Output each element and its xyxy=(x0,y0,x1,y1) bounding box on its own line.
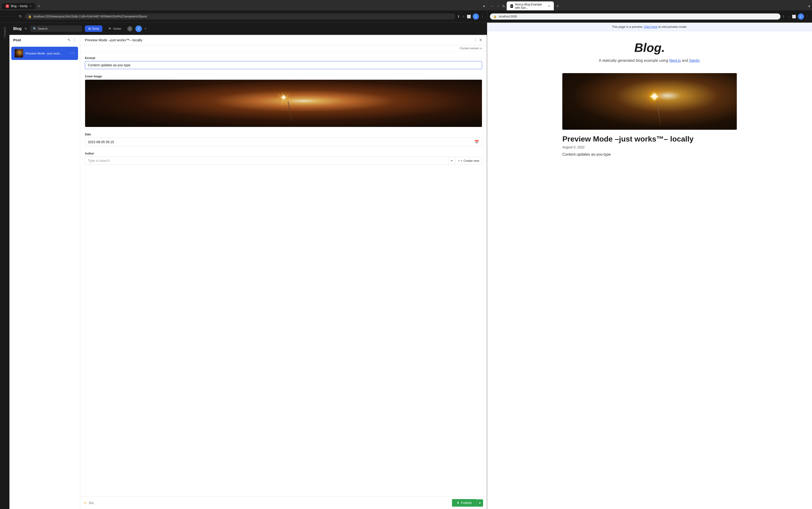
author-label: Author xyxy=(85,152,482,155)
right-tab-dropdown-button[interactable]: ▾ xyxy=(808,4,810,8)
blog-post-cover-image: ✦ xyxy=(562,73,737,130)
right-bookmark-icon[interactable]: ☆ xyxy=(787,14,790,19)
right-share-icon[interactable]: ⬆ xyxy=(782,14,785,19)
post-menu-button[interactable]: ⋮ xyxy=(72,38,76,42)
doc-header-actions: ⋮ ✕ xyxy=(473,38,482,42)
date-input-wrap[interactable]: 📅 xyxy=(85,137,482,146)
right-menu-icon[interactable]: ⋮ xyxy=(806,14,809,19)
right-address-actions: ⬆ ☆ ⬜ C ⋮ xyxy=(782,13,809,20)
right-new-tab-button[interactable]: + xyxy=(554,4,561,9)
doc-footer: ✏ 35s ⬆ Publish ▾ xyxy=(80,497,487,509)
window-icon[interactable]: ⬜ xyxy=(467,14,471,19)
publish-button[interactable]: ⬆ Publish xyxy=(452,499,476,507)
blog-logo: Blog xyxy=(13,27,22,31)
author-search-input[interactable] xyxy=(88,159,446,163)
user-avatar-left[interactable]: C xyxy=(473,13,479,20)
author-create-button[interactable]: + + Create new xyxy=(455,157,482,165)
author-dropdown-button[interactable]: ▾ xyxy=(449,157,455,165)
exit-preview-link[interactable]: Click here xyxy=(644,25,658,29)
tab-nextjs[interactable]: N Next.js Blog Example with San... ✕ xyxy=(507,1,554,11)
desk-label: Desk xyxy=(92,27,99,30)
plus-icon: + xyxy=(458,159,460,163)
new-tab-button[interactable]: + xyxy=(36,4,42,9)
cover-image-field-group: Cover Image ✦ xyxy=(85,75,482,127)
sanity-link[interactable]: Sanity xyxy=(689,59,699,63)
tab-nextjs-label: Next.js Blog Example with San... xyxy=(515,3,546,9)
doc-close-button[interactable]: ✕ xyxy=(479,38,482,42)
right-forward-button[interactable]: → xyxy=(495,3,501,9)
doc-form: Excerpt Cover Image xyxy=(80,52,487,497)
url-bar[interactable]: 🔒 localhost:3333/desk/post;54c016db-11d8… xyxy=(25,13,455,20)
search-icon: 🔍 xyxy=(33,27,37,30)
doc-editor-header: Preview Mode –just works™– locally ⋮ ✕ xyxy=(80,35,487,45)
cover-image-field[interactable]: ✦ – – | | ╲ ╱ xyxy=(85,79,482,127)
create-new-label: + Create new xyxy=(461,159,479,163)
blog-subtitle: A statically generated blog example usin… xyxy=(562,58,737,64)
post-list-header: Post ✎ ⋮ xyxy=(9,35,80,45)
post-list-title: Post xyxy=(13,38,67,42)
menu-icon[interactable]: ⋮ xyxy=(481,14,484,19)
user-initial: C xyxy=(475,15,477,18)
right-reload-button[interactable]: ↻ xyxy=(501,3,506,9)
right-tab-close-button[interactable]: ✕ xyxy=(548,5,550,8)
edit-logo-button[interactable]: ✎ xyxy=(25,27,27,31)
tab-blog-sanity[interactable]: S Blog – Sanity ✕ xyxy=(2,3,35,9)
left-address-bar: ← → ↻ 🔒 localhost:3333/desk/post;54c016d… xyxy=(0,10,487,23)
search-box[interactable]: 🔍 xyxy=(30,26,82,32)
sanity-sidebar: Content xyxy=(0,23,9,509)
tab-dropdown-button[interactable]: ▾ xyxy=(483,4,485,8)
share-icon[interactable]: ⬆ xyxy=(457,14,460,19)
tab-favicon: S xyxy=(6,4,9,8)
calendar-icon[interactable]: 📅 xyxy=(474,140,479,144)
blog-post-card: ✦ Preview Mode –just works™– locally Aug… xyxy=(562,73,737,158)
url-text: localhost:3333/desk/post;54c016db-11d8-4… xyxy=(33,15,452,18)
post-arrow-icon[interactable]: ↗ xyxy=(69,52,71,55)
right-user-initial: C xyxy=(800,15,802,18)
author-field-group: Author ▾ + + Create new xyxy=(85,152,482,165)
publish-label: Publish xyxy=(461,501,472,505)
tab-nextjs-favicon: N xyxy=(510,4,513,8)
blog-post-title: Preview Mode –just works™– locally xyxy=(562,134,737,143)
back-button[interactable]: ← xyxy=(3,13,8,20)
desk-button[interactable]: ⊞ Desk xyxy=(85,26,103,32)
author-search-wrap[interactable] xyxy=(85,157,449,165)
vision-label: Vision xyxy=(113,27,121,30)
doc-menu-button[interactable]: ⋮ xyxy=(473,38,477,42)
publish-dropdown-button[interactable]: ▾ xyxy=(476,499,483,507)
post-list-panel: Post ✎ ⋮ Preview Mode –just work... xyxy=(9,35,80,509)
bookmark-icon[interactable]: ☆ xyxy=(462,14,465,19)
right-url-bar[interactable]: 🔒 localhost:3000 xyxy=(490,13,780,20)
reload-button[interactable]: ↻ xyxy=(18,13,23,20)
version-label: Current version xyxy=(460,47,479,50)
vision-button[interactable]: 👁 Vision xyxy=(105,26,125,32)
excerpt-field-group: Excerpt xyxy=(85,56,482,69)
address-actions: ⬆ ☆ ⬜ C ⋮ xyxy=(457,13,484,20)
blog-main-title: Blog. xyxy=(562,41,737,55)
right-url-text: localhost:3000 xyxy=(499,15,777,18)
upload-icon: ⬆ xyxy=(457,501,460,505)
post-edit-button[interactable]: ✎ xyxy=(67,38,70,42)
forward-button[interactable]: → xyxy=(10,13,16,20)
search-input[interactable] xyxy=(38,27,79,30)
preview-banner: This page is a preview. Click here to ex… xyxy=(487,23,812,31)
date-input[interactable] xyxy=(88,140,474,144)
post-edit-inline-icon[interactable]: ✎ xyxy=(72,52,75,55)
nextjs-link[interactable]: Next.js xyxy=(669,59,681,63)
tab-label: Blog – Sanity xyxy=(11,4,28,8)
tab-close-button[interactable]: ✕ xyxy=(30,5,32,8)
right-back-button[interactable]: ← xyxy=(489,3,495,9)
user-badge[interactable]: C xyxy=(135,26,142,32)
doc-title: Preview Mode –just works™– locally xyxy=(85,38,473,42)
blog-post-date: August 5, 2022 xyxy=(562,145,737,149)
excerpt-label: Excerpt xyxy=(85,56,482,60)
post-thumbnail xyxy=(14,49,23,58)
user-avatar-right[interactable]: C xyxy=(798,13,804,20)
post-list-item[interactable]: Preview Mode –just work... ↗ ✎ xyxy=(11,47,78,60)
notification-badge[interactable]: 0 xyxy=(127,26,133,31)
post-list-actions: ✎ ⋮ xyxy=(67,38,76,42)
excerpt-input[interactable] xyxy=(85,61,482,69)
eye-icon: 👁 xyxy=(108,27,111,30)
right-window-icon[interactable]: ⬜ xyxy=(792,14,796,19)
user-chevron-icon[interactable]: ▾ xyxy=(145,27,146,30)
blog-post-excerpt: Content updates as-you-type xyxy=(562,151,737,158)
